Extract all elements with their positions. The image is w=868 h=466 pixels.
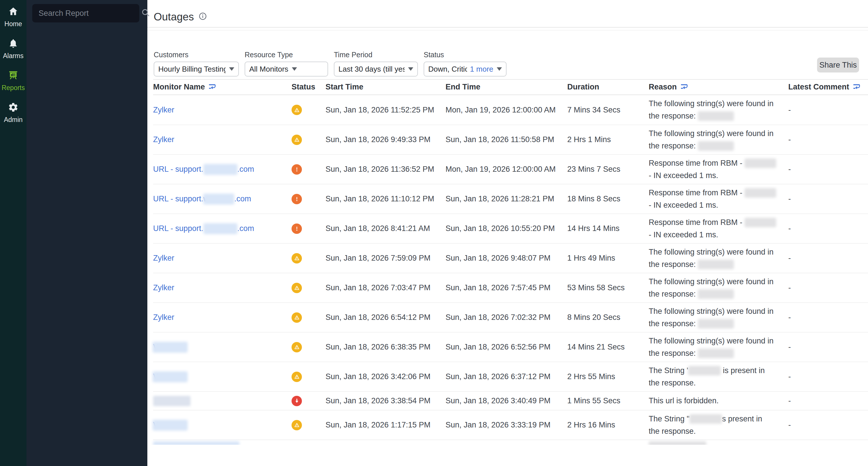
filter-dropdown-customers[interactable]: Hourly Billing Testing bbox=[154, 62, 239, 76]
header-divider-2 bbox=[147, 30, 868, 31]
reports-side-panel bbox=[27, 0, 147, 466]
start-time: Sun, Jan 18, 2026 11:36:52 PM bbox=[326, 165, 445, 174]
reason-cell: This url is forbidden. bbox=[649, 395, 788, 407]
latest-comment: - bbox=[788, 254, 868, 263]
filter-label: Status bbox=[424, 51, 506, 59]
monitor-link[interactable]: .com bbox=[234, 195, 251, 203]
end-time: Mon, Jan 19, 2026 12:00:00 AM bbox=[445, 165, 567, 174]
end-time: Sun, Jan 18, 2026 3:33:19 PM bbox=[445, 421, 567, 430]
reason-line: the response: bbox=[649, 347, 788, 360]
reason-text: - IN exceeded 1 ms. bbox=[649, 199, 718, 211]
reason-text: the response: bbox=[649, 318, 698, 330]
reason-text: The following string(s) were found in bbox=[649, 246, 774, 258]
column-filter-icon[interactable] bbox=[208, 84, 216, 90]
sidebar-item-reports[interactable]: Reports bbox=[2, 70, 25, 92]
column-header-start-time: Start Time bbox=[326, 82, 445, 92]
duration: 23 Mins 7 Secs bbox=[567, 165, 649, 174]
monitor-link[interactable]: URL - support. bbox=[153, 165, 204, 174]
monitor-link[interactable]: .com bbox=[238, 224, 254, 233]
sidebar-item-alarms[interactable]: Alarms bbox=[3, 38, 24, 60]
reason-line: Response time from RBM - bbox=[649, 187, 788, 199]
start-time: Sun, Jan 18, 2026 3:38:54 PM bbox=[326, 396, 445, 405]
reason-cell: The following string(s) were found inthe… bbox=[649, 305, 788, 330]
search-icon[interactable] bbox=[141, 8, 150, 19]
latest-comment bbox=[788, 440, 868, 441]
reason-text: The following string(s) were found in bbox=[649, 275, 774, 288]
monitor-name-cell: Zylker bbox=[153, 313, 291, 322]
reason-text: the response. bbox=[649, 425, 696, 437]
end-time: Sun, Jan 18, 2026 11:28:21 PM bbox=[445, 195, 567, 203]
status-cell bbox=[291, 135, 326, 145]
reason-cell: Response time from RBM - - IN exceeded 1… bbox=[649, 216, 788, 241]
redacted-text bbox=[204, 164, 238, 175]
monitor-link[interactable]: Zylker bbox=[153, 284, 175, 292]
monitor-link[interactable]: Zylker bbox=[153, 135, 175, 144]
latest-comment: - bbox=[788, 342, 868, 352]
duration: 8 Mins 20 Secs bbox=[567, 313, 649, 322]
info-icon[interactable] bbox=[198, 11, 207, 23]
search-input[interactable] bbox=[38, 9, 141, 18]
filter-dropdown-time-period[interactable]: Last 30 days (till yesterday) bbox=[334, 62, 418, 76]
latest-comment: - bbox=[788, 106, 868, 114]
status-trouble-warning-triangle-icon bbox=[291, 312, 302, 323]
column-header-latest-comment: Latest Comment bbox=[788, 82, 868, 92]
status-cell bbox=[291, 283, 326, 293]
reason-line: The String "s present in bbox=[649, 413, 788, 425]
home-icon bbox=[8, 6, 19, 18]
status-critical-exclamation-icon bbox=[291, 224, 302, 234]
start-time: Sun, Jan 18, 2026 11:52:25 PM bbox=[326, 106, 445, 114]
redacted-text bbox=[745, 188, 776, 198]
status-cell bbox=[291, 440, 326, 441]
filter-resource-type: Resource TypeAll Monitors bbox=[245, 51, 328, 76]
table-row: VSun, Jan 18, 2026 1:17:15 PMSun, Jan 18… bbox=[153, 410, 868, 440]
column-filter-icon[interactable] bbox=[680, 84, 688, 90]
filter-more-link[interactable]: 1 more bbox=[470, 65, 493, 74]
sidebar-item-home[interactable]: Home bbox=[4, 6, 22, 28]
table-row: URL - support.w.comSun, Jan 18, 2026 11:… bbox=[153, 185, 868, 214]
reason-line: the response: bbox=[649, 318, 788, 330]
monitor-link[interactable]: Zylker bbox=[153, 106, 175, 114]
table-row: ZylkerSun, Jan 18, 2026 6:54:12 PMSun, J… bbox=[153, 303, 868, 333]
monitor-link[interactable]: .com bbox=[238, 165, 254, 174]
monitor-link[interactable]: URL - support. bbox=[153, 224, 204, 233]
monitor-link[interactable]: URL - support.w bbox=[153, 195, 209, 203]
column-filter-icon[interactable] bbox=[853, 84, 861, 90]
icon-rail: HomeAlarmsReportsAdmin bbox=[0, 0, 27, 466]
monitor-link[interactable]: Zylker bbox=[153, 254, 175, 263]
column-header-duration: Duration bbox=[567, 82, 649, 92]
header-divider bbox=[147, 27, 868, 28]
duration: 2 Hrs 1 Mins bbox=[567, 135, 649, 144]
monitor-link[interactable]: Zylker bbox=[153, 313, 175, 322]
reason-cell: Response time from RBM - - IN exceeded 1… bbox=[649, 157, 788, 182]
monitor-name-cell: URL - support..com bbox=[153, 223, 291, 234]
monitor-name-cell: URL - support..com bbox=[153, 164, 291, 175]
duration: 1 Hrs 49 Mins bbox=[567, 254, 649, 263]
reason-line: - IN exceeded 1 ms. bbox=[649, 229, 788, 241]
filter-bar: CustomersHourly Billing TestingResource … bbox=[154, 51, 506, 76]
monitor-name-cell bbox=[153, 396, 291, 406]
table-row: Sun, Jan 18, 2026 3:38:54 PMSun, Jan 18,… bbox=[153, 392, 868, 410]
status-down-down-arrow-icon bbox=[291, 396, 302, 406]
reason-text: the response: bbox=[649, 347, 698, 360]
start-time bbox=[326, 440, 445, 441]
reason-text: - IN exceeded 1 ms. bbox=[649, 169, 718, 182]
reason-text: The String " bbox=[649, 413, 689, 425]
redacted-text bbox=[153, 371, 188, 382]
filter-dropdown-resource-type[interactable]: All Monitors bbox=[245, 62, 328, 76]
redacted-text bbox=[698, 260, 734, 269]
reason-text: the response: bbox=[649, 140, 698, 152]
bottom-clip-mask bbox=[147, 445, 868, 466]
monitor-name-cell: Zylker bbox=[153, 135, 291, 144]
share-this-button[interactable]: Share This bbox=[817, 58, 859, 72]
reason-line: This url is forbidden. bbox=[649, 395, 788, 407]
sidebar-item-admin[interactable]: Admin bbox=[4, 102, 23, 124]
filter-customers: CustomersHourly Billing Testing bbox=[154, 51, 239, 76]
duration: 18 Mins 8 Secs bbox=[567, 195, 649, 203]
column-header-label: Status bbox=[291, 82, 315, 92]
filter-dropdown-status[interactable]: Down, Critic...1 more bbox=[424, 62, 506, 76]
column-header-label: Duration bbox=[567, 82, 599, 92]
reason-cell: Response time from RBM - - IN exceeded 1… bbox=[649, 187, 788, 211]
search-box[interactable] bbox=[32, 4, 139, 23]
sidebar-item-label: Reports bbox=[2, 84, 25, 92]
status-cell bbox=[291, 164, 326, 175]
